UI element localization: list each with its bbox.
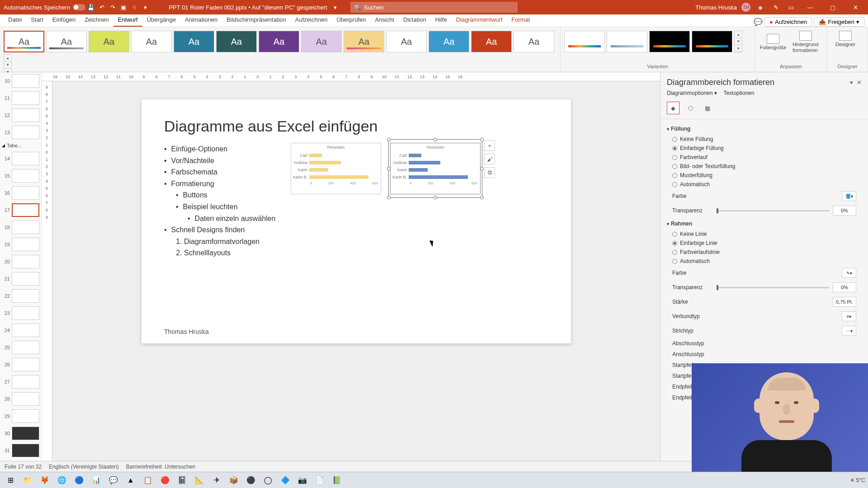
tab-hilfe[interactable]: Hilfe <box>431 14 452 27</box>
tab-dictation[interactable]: Dictation <box>399 14 431 27</box>
theme-thumb-10[interactable]: Aa <box>429 31 469 52</box>
slide-thumb-28[interactable]: 28 <box>0 390 41 408</box>
present-icon[interactable]: ▣ <box>118 2 129 13</box>
window-icon[interactable]: ▭ <box>786 2 797 13</box>
chart-filter-icon[interactable]: ⧉ <box>484 167 495 178</box>
theme-thumb-2[interactable]: Aa <box>89 31 129 52</box>
user-name[interactable]: Thomas Hruska <box>695 4 737 11</box>
app-icon-4[interactable]: 📦 <box>226 474 241 487</box>
telegram-icon[interactable]: ✈ <box>209 474 224 487</box>
tab-übergänge[interactable]: Übergänge <box>142 14 180 27</box>
tab-diagrammentwurf[interactable]: Diagrammentwurf <box>452 14 507 27</box>
slide-thumb-32[interactable]: 32 <box>0 459 41 461</box>
variant-gallery-more[interactable]: ▴▾▾ <box>734 31 742 52</box>
compound-type-dropdown[interactable]: ≡▾ <box>842 311 856 321</box>
slide-thumb-12[interactable]: 12 <box>0 107 41 124</box>
tab-überprüfen[interactable]: Überprüfen <box>332 14 370 27</box>
taskbar[interactable]: ⊞ 📁 🦊 🌐 🔵 📊 💬 ▲ 📋 🔴 📓 📐 ✈ 📦 ⚫ ◯ 🔷 📷 📄 📗 … <box>0 472 868 488</box>
title-dropdown-icon[interactable]: ▾ <box>334 4 337 11</box>
slide-thumb-11[interactable]: 11 <box>0 89 41 107</box>
maximize-button[interactable]: ▢ <box>824 0 842 14</box>
share-button[interactable]: 📤Freigeben▾ <box>814 17 864 27</box>
slide-thumb-17[interactable]: 17 <box>0 202 41 219</box>
dash-type-dropdown[interactable]: ⋯▾ <box>842 326 856 336</box>
explorer-icon[interactable]: 📁 <box>20 474 35 487</box>
fill-radio-5[interactable]: Automatisch <box>667 180 862 189</box>
variant-thumb-2[interactable] <box>649 31 690 52</box>
slide-thumb-10[interactable]: 10 <box>0 72 41 89</box>
fill-transparency-slider[interactable] <box>717 210 829 211</box>
visio-icon[interactable]: 📐 <box>192 474 207 487</box>
tab-animationen[interactable]: Animationen <box>180 14 222 27</box>
slide-thumb-21[interactable]: 21 <box>0 270 41 287</box>
app-icon-1[interactable]: 💬 <box>106 474 121 487</box>
theme-thumb-1[interactable]: Aa <box>46 31 87 52</box>
designer-button[interactable]: Designer <box>829 29 862 49</box>
tab-einfügen[interactable]: Einfügen <box>48 14 80 27</box>
slide-thumb-27[interactable]: 27 <box>0 373 41 390</box>
language-status[interactable]: Englisch (Vereinigte Staaten) <box>49 464 119 470</box>
theme-thumb-6[interactable]: Aa <box>259 31 299 52</box>
theme-thumb-9[interactable]: Aa <box>386 31 427 52</box>
minimize-button[interactable]: — <box>801 0 819 14</box>
fill-radio-2[interactable]: Farbverlauf <box>667 153 862 162</box>
border-radio-2[interactable]: Farbverlaufslinie <box>667 248 862 257</box>
powerpoint-icon[interactable]: 📊 <box>89 474 104 487</box>
weather-widget[interactable]: ☀ 5°C <box>850 477 865 483</box>
accessibility-status[interactable]: Barrierefreiheit: Untersuchen <box>126 464 195 470</box>
slide-thumb-26[interactable]: 26 <box>0 356 41 373</box>
tab-format[interactable]: Format <box>507 14 534 27</box>
chart-right-selected[interactable]: PersonenCarlAndrewKarinKarin B.020040060… <box>390 143 481 194</box>
theme-thumb-4[interactable]: Aa <box>174 31 214 52</box>
text-options-tab[interactable]: Textoptionen <box>723 90 754 96</box>
slide-thumb-22[interactable]: 22 <box>0 287 41 305</box>
chart-add-icon[interactable]: + <box>484 140 495 151</box>
border-width-value[interactable]: 0,75 Pt. <box>833 297 856 307</box>
user-avatar[interactable]: TH <box>741 3 750 12</box>
vlc-icon[interactable]: ▲ <box>123 474 138 487</box>
fill-transparency-value[interactable]: 0% <box>833 206 856 216</box>
chart-style-icon[interactable]: 🖌 <box>484 154 495 164</box>
slide-thumb-19[interactable]: 19 <box>0 236 41 253</box>
app-icon-2[interactable]: 📋 <box>140 474 156 487</box>
fill-radio-4[interactable]: Musterfüllung <box>667 171 862 180</box>
slide-size-button[interactable]: Foliengröße <box>757 29 789 55</box>
slide-thumb-16[interactable]: 16 <box>0 184 41 202</box>
fill-color-button[interactable]: 🪣▾ <box>842 191 856 201</box>
tab-zeichnen[interactable]: Zeichnen <box>80 14 113 27</box>
tab-bildschirmpräsentation[interactable]: Bildschirmpräsentation <box>222 14 291 27</box>
search-box[interactable]: 🔍 Suchen <box>350 2 518 13</box>
record-button[interactable]: ●Aufzeichnen <box>764 17 812 27</box>
fill-section-header[interactable]: Füllung <box>667 123 862 135</box>
slide-thumb-13[interactable]: 13 <box>0 124 41 141</box>
slide[interactable]: Diagramme aus Excel einfügen Einfüge-Opt… <box>142 99 571 343</box>
app-icon-7[interactable]: 📷 <box>295 474 310 487</box>
tab-entwurf[interactable]: Entwurf <box>113 14 142 27</box>
fill-radio-3[interactable]: Bild- oder Texturfüllung <box>667 162 862 171</box>
onenote-icon[interactable]: 📓 <box>175 474 190 487</box>
close-button[interactable]: ✕ <box>846 0 864 14</box>
border-radio-3[interactable]: Automatisch <box>667 257 862 266</box>
pen-icon[interactable]: ✎ <box>770 2 781 13</box>
pane-dropdown-icon[interactable]: ▾ <box>850 79 853 86</box>
fill-radio-0[interactable]: Keine Füllung <box>667 135 862 144</box>
effects-icon[interactable]: ⬠ <box>684 102 697 114</box>
tab-aufzeichnen[interactable]: Aufzeichnen <box>291 14 332 27</box>
comments-icon[interactable]: 💬 <box>754 18 763 26</box>
slide-thumb-24[interactable]: 24 <box>0 322 41 339</box>
slide-title[interactable]: Diagramme aus Excel einfügen <box>164 117 548 135</box>
canvas[interactable]: Diagramme aus Excel einfügen Einfüge-Opt… <box>52 81 660 461</box>
slide-thumb-20[interactable]: 20 <box>0 253 41 270</box>
ordered-list[interactable]: Diagramformatvorlagen Schnelllayouts <box>184 236 548 259</box>
format-background-button[interactable]: Hintergrund formatieren <box>789 29 822 55</box>
border-transparency-slider[interactable] <box>717 287 829 288</box>
border-color-button[interactable]: ✎▾ <box>842 268 856 278</box>
fill-line-icon[interactable]: ◆ <box>667 102 679 114</box>
variant-thumb-1[interactable] <box>607 31 647 52</box>
chrome-icon[interactable]: 🌐 <box>54 474 70 487</box>
toggle-switch[interactable] <box>73 4 85 10</box>
touch-icon[interactable]: ☟ <box>129 2 140 13</box>
chart-left[interactable]: PersonenCarlAndrewKarinKarin B.020040060… <box>291 143 381 194</box>
slide-thumb-25[interactable]: 25 <box>0 339 41 356</box>
firefox-icon[interactable]: 🦊 <box>37 474 52 487</box>
